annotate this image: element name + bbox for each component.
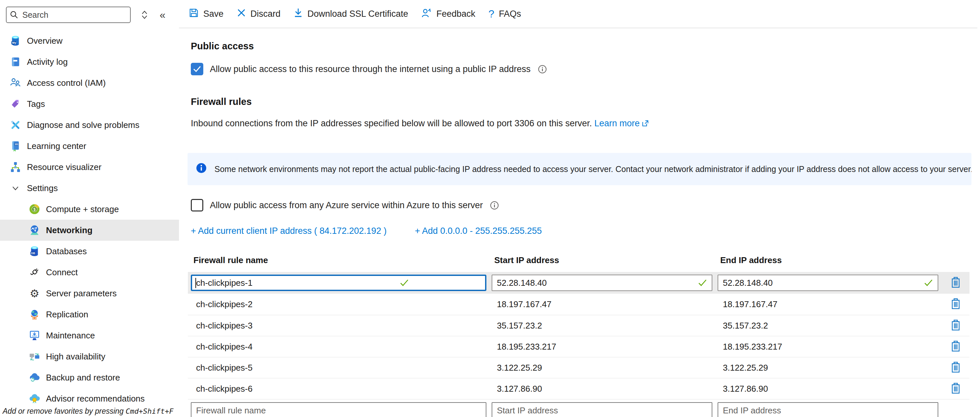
allow-azure-services-checkbox[interactable] (191, 199, 203, 211)
command-bar: Save Discard Download SSL Certificate Fe… (179, 0, 977, 28)
expand-collapse-all-icon[interactable] (140, 10, 148, 20)
sidebar-item-label: Tags (27, 99, 45, 109)
search-input[interactable] (6, 6, 131, 23)
feedback-button[interactable]: Feedback (422, 8, 476, 20)
delete-rule-button[interactable] (951, 298, 961, 310)
rule-name: ch-clickpipes-6 (191, 384, 492, 394)
rule-name: ch-clickpipes-2 (191, 299, 492, 310)
new-rule-name-cell (191, 402, 492, 417)
firewall-rules-table: Firewall rule name Start IP address End … (188, 255, 969, 417)
rule-start-ip: 3.127.86.90 (492, 384, 718, 394)
rule-end-ip: 18.197.167.47 (718, 299, 945, 310)
delete-rule-button[interactable] (951, 341, 961, 353)
end-ip-input[interactable] (718, 275, 938, 291)
sidebar-item-label: Overview (27, 36, 62, 46)
networking-content: Public access Allow public access to thi… (179, 41, 980, 417)
allow-azure-services-label: Allow public access from any Azure servi… (210, 200, 483, 211)
delete-rule-button[interactable] (951, 320, 961, 332)
sidebar-item-label: Compute + storage (46, 204, 119, 214)
learning-center-icon: 101 (9, 140, 22, 152)
allow-public-access-checkbox[interactable] (191, 63, 203, 75)
info-banner: Some network environments may not report… (188, 153, 972, 185)
info-icon[interactable] (490, 201, 499, 210)
activity-log-icon (9, 56, 22, 68)
sidebar-item-label: Connect (46, 267, 78, 278)
discard-icon (237, 8, 246, 20)
sidebar-item-backup-restore[interactable]: Backup and restore (0, 367, 179, 388)
trash-icon (951, 298, 961, 310)
sidebar-item-access-control[interactable]: Access control (IAM) (0, 72, 179, 93)
sidebar-item-overview[interactable]: My Overview (0, 30, 179, 51)
gear-icon: ⚙ (28, 287, 41, 300)
sidebar-item-networking[interactable]: Networking (0, 220, 179, 241)
info-banner-text: Some network environments may not report… (215, 165, 972, 174)
info-filled-icon (196, 162, 207, 176)
sidebar-item-diagnose[interactable]: Diagnose and solve problems (0, 115, 179, 136)
delete-rule-button[interactable] (951, 277, 961, 289)
new-start-ip-input[interactable] (492, 402, 712, 417)
sidebar-item-resource-visualizer[interactable]: Resource visualizer (0, 157, 179, 177)
rule-end-ip: 18.195.233.217 (718, 342, 945, 352)
save-button[interactable]: Save (189, 8, 224, 20)
sidebar-item-label: Maintenance (46, 331, 95, 341)
sidebar-item-label: Replication (46, 310, 88, 320)
download-ssl-button[interactable]: Download SSL Certificate (294, 8, 408, 20)
sidebar-item-tags[interactable]: Tags (0, 93, 179, 115)
delete-rule-button[interactable] (951, 362, 961, 374)
svg-text:My: My (12, 41, 16, 45)
info-icon[interactable] (538, 65, 547, 73)
sidebar-item-compute-storage[interactable]: $ Compute + storage (0, 199, 179, 220)
new-end-ip-input[interactable] (718, 402, 938, 417)
delete-rule-button[interactable] (951, 383, 961, 395)
sidebar-item-connect[interactable]: Connect (0, 262, 179, 283)
sidebar-item-replication[interactable]: Replication (0, 304, 179, 325)
sidebar-item-learning-center[interactable]: 101 Learning center (0, 136, 179, 157)
faqs-button[interactable]: ? FAQs (488, 8, 521, 20)
start-ip-input[interactable] (492, 275, 712, 291)
column-header-start-ip: Start IP address (489, 255, 714, 265)
save-icon (189, 8, 199, 20)
trash-icon (951, 320, 961, 332)
compute-storage-icon: $ (28, 203, 41, 216)
svg-text:DB: DB (31, 252, 35, 255)
valid-check-icon (924, 279, 933, 288)
sidebar-item-advisor-recommendations[interactable]: Advisor recommendations (0, 388, 179, 409)
firewall-rule-row: ch-clickpipes-3 35.157.23.2 35.157.23.2 (188, 315, 969, 336)
add-current-client-ip-link[interactable]: + Add current client IP address ( 84.172… (191, 226, 387, 236)
faqs-label: FAQs (499, 9, 521, 19)
sidebar-item-label: Advisor recommendations (46, 394, 145, 404)
sidebar-item-activity-log[interactable]: Activity log (0, 51, 179, 72)
allow-public-access-label: Allow public access to this resource thr… (210, 64, 531, 74)
backup-restore-icon (28, 371, 41, 384)
discard-button[interactable]: Discard (237, 8, 281, 20)
trash-icon (951, 277, 961, 289)
firewall-description: Inbound connections from the IP addresse… (191, 118, 980, 129)
sidebar-item-maintenance[interactable]: Maintenance (0, 325, 179, 346)
sidebar-item-settings[interactable]: Settings (0, 177, 179, 199)
new-rule-name-input[interactable] (191, 402, 487, 417)
rule-end-ip: 35.157.23.2 (718, 321, 945, 331)
external-link-icon (642, 119, 649, 129)
new-start-ip-cell (492, 402, 718, 417)
rule-name-input[interactable] (191, 275, 487, 291)
azure-networking-page: « My Overview Activity log Access contro… (0, 0, 980, 417)
tags-icon (9, 97, 22, 110)
question-mark-icon: ? (488, 8, 494, 20)
sidebar-item-databases[interactable]: DB Databases (0, 241, 179, 262)
feedback-icon (422, 8, 432, 20)
sidebar-item-server-parameters[interactable]: ⚙ Server parameters (0, 283, 179, 304)
learn-more-link[interactable]: Learn more (595, 118, 640, 128)
new-end-ip-cell (718, 402, 945, 417)
advisor-icon (28, 392, 41, 405)
replication-globe-icon (28, 308, 41, 321)
firewall-description-text: Inbound connections from the IP addresse… (191, 118, 592, 128)
favorites-shortcut: Cmd+Shift+F (126, 407, 174, 415)
firewall-rules-heading: Firewall rules (191, 96, 980, 107)
valid-check-icon (400, 279, 409, 288)
sidebar-item-high-availability[interactable]: High availability (0, 346, 179, 367)
sidebar-item-label: Resource visualizer (27, 162, 102, 173)
resource-visualizer-icon (9, 161, 22, 173)
trash-icon (951, 383, 961, 395)
add-all-ips-link[interactable]: + Add 0.0.0.0 - 255.255.255.255 (415, 226, 542, 236)
collapse-menu-icon[interactable]: « (160, 9, 165, 21)
